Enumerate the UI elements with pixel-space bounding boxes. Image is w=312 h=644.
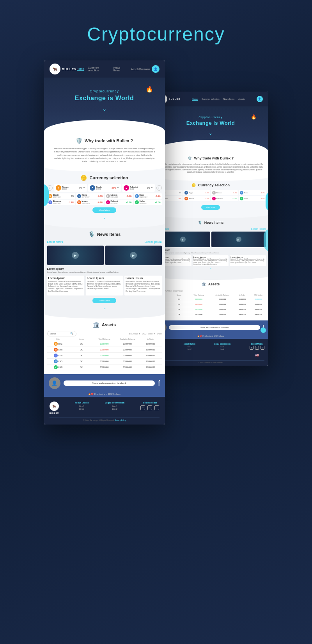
right-btcval-4: 00000000 (251, 313, 266, 315)
nav-home[interactable]: Home (77, 67, 84, 71)
navbar-right-user: 👤 (257, 96, 263, 102)
video-right-overlay-2 (211, 232, 266, 247)
why-trade-right-label: Why trade with Bullex ? (194, 156, 234, 160)
asset-avail-xmr: 00000000 (116, 349, 138, 351)
right-dot-name: Polkadot (216, 198, 232, 200)
right-eth-change: -1.2% (177, 198, 181, 200)
currency-table-row-2: Ξ Ethereum ETH/USDT -1.2% Μ Monero XM (47, 200, 162, 205)
asset-coin-btc: ₿ BTC (47, 342, 69, 346)
col-order: In Order (139, 338, 161, 340)
footer-col-legal: Legal information Link 1Link 2 (105, 402, 124, 410)
ig-footer-right[interactable]: i (261, 346, 264, 350)
mockup-left: 🐂 BULLEX Home Currency selection News It… (44, 60, 165, 425)
currency-view-more[interactable]: View More (92, 207, 116, 213)
news-g3-text: BalanceBTC Balance Total Announcement Br… (126, 281, 160, 293)
right-ltc-name: Litecoin (216, 192, 232, 194)
instagram-footer-icon[interactable]: i (154, 405, 159, 410)
blob-right-currency (266, 192, 268, 211)
currency-nav: ‹ ₿ Bitcoin $9,021 0% ▼ ✕ (47, 184, 162, 192)
footer-bottom: © Bullex Exchange. All Rights Reserved. … (50, 418, 160, 421)
table-cell-xlm: ✓ Stellar XLM/USDT +1.2% (134, 200, 162, 205)
right-xlm-icon: ✓ (240, 197, 243, 200)
page-title: Cryptocurrency (0, 0, 312, 60)
nav-right-assets[interactable]: Assets (238, 98, 245, 100)
news-right-grid: Lorem ipsum BalanceBTC Balance Total Ann… (156, 255, 266, 266)
news-icon: 🎙️ (88, 231, 95, 237)
assets-right-label: Assets (208, 282, 220, 286)
col-right-btc: BTC Value (251, 294, 266, 296)
asset-row-xmr: Μ XMR OK 00000000 00000000 00000000 (47, 347, 162, 353)
nav-currency[interactable]: Currency selection (88, 66, 110, 72)
news-view-more[interactable]: View More (92, 298, 116, 303)
nav-right-news[interactable]: News Items (223, 98, 234, 100)
xmr-table-info: Monero XMR/USDT (82, 200, 97, 204)
coins-icon: 🪙 (80, 175, 87, 181)
facebook-icon[interactable]: f (158, 379, 160, 388)
nav-news[interactable]: News Items (113, 66, 127, 72)
search-input[interactable] (50, 333, 69, 335)
right-xrp: ✕ Ripple -0.5% (183, 190, 210, 195)
why-trade-right: 🛡️ Why trade with Bullex ? Bullex is the… (153, 152, 268, 177)
share-input[interactable]: Share and comment on facebook (64, 380, 155, 386)
social-share-section: 👤 Share and comment on facebook f (44, 374, 165, 392)
footer-copyright: © Bullex Exchange. All Rights Reserved. (83, 419, 114, 421)
scroll-up-btn[interactable]: ↑ (261, 327, 266, 333)
col-available: Available Balance (116, 338, 138, 340)
right-nano-name: Nano (244, 192, 260, 194)
news-grid-1: Lorem ipsum BalanceBTC Balance Total Ann… (47, 276, 84, 295)
right-dot-change: +2.8% (232, 198, 237, 200)
tw-footer-right[interactable]: t (255, 346, 259, 350)
footer-right-bottom: © Bullex Exchange. All Rights Reserved. (157, 360, 264, 363)
facebook-footer-icon[interactable]: f (140, 405, 145, 410)
assets-label: Assets (102, 322, 116, 327)
right-dash-change: -1.4% (261, 198, 264, 200)
hero-right: 🔥 Cryptocurrency Exchange is World ⌄ (153, 106, 268, 152)
col-right-order: In Order (235, 294, 250, 296)
video-overlay-1 (47, 246, 104, 265)
avatar: 👤 (152, 65, 160, 73)
search-icon: 🔍 (70, 332, 74, 335)
right-ltc-icon: Ł (212, 191, 216, 195)
logo-icon: 🐂 (50, 64, 60, 74)
next-arrow[interactable]: › (156, 185, 162, 191)
right-btcval-2: 00000000 (251, 303, 266, 305)
footer-right-col-about: about Bullex Link1Link2 (184, 343, 195, 350)
nav-right-currency[interactable]: Currency selection (202, 98, 220, 100)
asset-name-xno: OK (70, 360, 92, 363)
nav-assets[interactable]: Assets (131, 68, 139, 71)
news-right-label: News Items (204, 221, 224, 225)
footer-legal-text: Link 1Link 2 (105, 405, 124, 410)
btc-icon: ₿ (56, 185, 61, 191)
hero-scroll-arrow[interactable]: ⌄ (52, 106, 157, 112)
footer-top: 🐂 BULLEX about Bullex Link 1Link 2 Legal… (50, 402, 160, 414)
share-right-input[interactable]: Share and comment on facebook (169, 325, 261, 330)
footer-about-title: about Bullex (75, 402, 89, 404)
table-cell-btc: ₿ Bitcoin BTC/USDT 0% (47, 193, 75, 199)
twitter-footer-icon[interactable]: t (147, 405, 152, 410)
assets-right-controls: 🔍 BTC Value USDT Value (156, 289, 266, 293)
currency-table-row-1: ₿ Bitcoin BTC/USDT 0% ✕ Ripple XRP/US (47, 193, 162, 199)
video-thumb-2[interactable]: ▶ (105, 246, 162, 265)
page-wrapper: Cryptocurrency 🐂 BULLEX Home Currency se… (0, 0, 312, 440)
nav-right-home[interactable]: Home (192, 98, 198, 101)
news-right-icon: 🎙️ (198, 221, 202, 225)
dot2-table-change: +2.8% (126, 201, 131, 203)
footer-right-col-social: Social Media f t i 🇺🇸 (250, 343, 264, 358)
fb-footer-right[interactable]: f (250, 346, 254, 350)
right-xlm: ✓ Dash -1.4% (239, 196, 266, 201)
ltc-table-icon: Ł (106, 194, 110, 198)
assets-section: 🏛️ Assets 🔍 BTC Value ▼ USDT Value ▼ Sho… (44, 314, 165, 374)
asset-avail-xno: 00000000 (116, 360, 138, 363)
right-ltc: Ł Litecoin -3.4% (211, 190, 238, 195)
video-thumb-1[interactable]: ▶ (47, 246, 104, 265)
hero-right-arrow[interactable]: ⌄ (160, 130, 262, 136)
xrp-info: Ripple $0.302 (96, 186, 110, 190)
currency-right-viewmore: View More (156, 203, 266, 210)
right-nano-icon: Ν (240, 191, 243, 195)
lorem-right-title: Lorem ipsum (156, 249, 266, 251)
currency-right-btn[interactable]: View More (201, 205, 220, 210)
footer-link[interactable]: Privacy Policy (115, 419, 126, 421)
news-right-videos: ▶ ▶ (156, 232, 266, 247)
video-right-2[interactable]: ▶ (211, 232, 266, 247)
why-trade-section: 🛡️ Why trade with Bullex ? Bullex is the… (44, 131, 165, 167)
